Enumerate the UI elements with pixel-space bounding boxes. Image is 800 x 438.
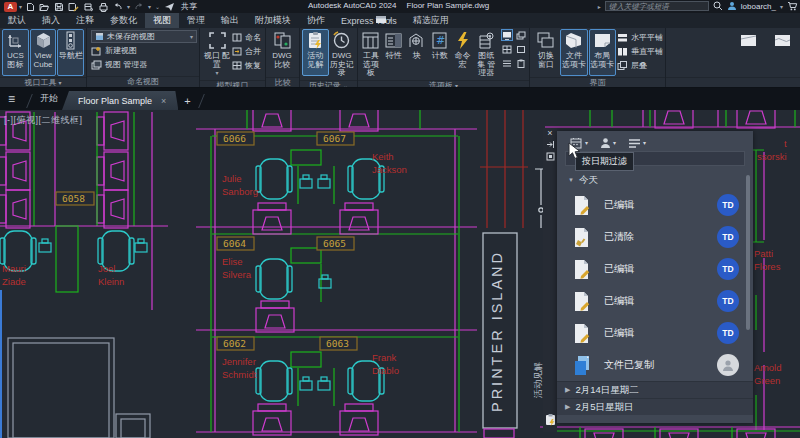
close-tab-icon[interactable]: × xyxy=(161,96,166,106)
tab-collaborate[interactable]: 协作 xyxy=(299,13,333,28)
app-menu-button[interactable]: A xyxy=(4,2,17,12)
viewport-merge-button[interactable]: 合并 xyxy=(232,45,261,58)
tab-output[interactable]: 输出 xyxy=(213,13,247,28)
undo-icon[interactable] xyxy=(113,2,123,11)
switch-windows-button[interactable]: 切换 窗口 xyxy=(532,29,559,76)
tab-featured-apps[interactable]: 精选应用 xyxy=(405,13,457,28)
share-paperplane-icon[interactable] xyxy=(164,2,175,12)
palette-mini-list-button[interactable] xyxy=(501,57,513,69)
start-tab[interactable]: 开始 xyxy=(36,92,62,110)
transfer-icon[interactable] xyxy=(83,2,94,12)
open-file-icon[interactable] xyxy=(39,2,50,12)
date-group-feb5[interactable]: ▶2月5日星期日 xyxy=(557,398,753,415)
panel-scrollbar[interactable] xyxy=(746,175,750,330)
room-label-6066: 6066 xyxy=(217,132,254,145)
panel-label-palettes[interactable]: 选项板 ▾ xyxy=(358,80,529,88)
palette-mini-box-button[interactable] xyxy=(515,43,527,55)
blocks-button[interactable]: 块 xyxy=(406,29,428,76)
viewport-named-button[interactable]: 命名 xyxy=(232,31,261,44)
activity-item[interactable]: 已编辑 TD xyxy=(557,317,753,349)
close-panel-icon[interactable]: × xyxy=(547,128,552,140)
partial-window-button-1[interactable] xyxy=(734,29,762,76)
activity-item[interactable]: 已编辑 TD xyxy=(557,285,753,317)
activity-item[interactable]: 已编辑 TD xyxy=(557,189,753,221)
user-icon[interactable] xyxy=(727,1,737,11)
viewcube-button[interactable]: View Cube xyxy=(30,29,57,76)
qat-customize-icon[interactable]: ⌄ xyxy=(155,3,160,10)
new-file-icon[interactable] xyxy=(26,2,35,12)
panel-viewport-tools: UCS 图标 View Cube 导航栏 视口工具 ▾ xyxy=(0,28,87,87)
navbar-button[interactable]: 导航栏 xyxy=(57,29,84,76)
palette-mini-stack-button[interactable] xyxy=(515,29,527,41)
filter-by-user-button[interactable]: ▾ xyxy=(600,137,616,149)
view-manager-button[interactable]: 视图 管理器 xyxy=(91,58,197,71)
drawing-area[interactable]: 6058 Mauri Ziade Joel Kleinn xyxy=(0,110,800,438)
properties-button[interactable]: 特性 xyxy=(383,29,405,76)
panel-properties-icon[interactable] xyxy=(546,152,555,164)
group-today[interactable]: ▼今天 xyxy=(557,171,753,189)
activity-item[interactable]: 文件已复制 xyxy=(557,349,753,381)
tile-horizontal-button[interactable]: 水平平铺 xyxy=(617,31,663,44)
layout-tabs-button[interactable]: 布局 选项卡 xyxy=(589,29,616,76)
activity-insights-button[interactable]: 活动 见解 xyxy=(302,29,329,76)
plot-icon[interactable] xyxy=(98,2,109,12)
panel-label-viewport-tools[interactable]: 视口工具 ▾ xyxy=(0,77,86,87)
tab-manage[interactable]: 管理 xyxy=(179,13,213,28)
view-dropdown[interactable]: 未保存的视图▾ xyxy=(91,30,197,43)
panel-label-model-viewports[interactable]: 模型视口 xyxy=(200,80,265,88)
tab-view[interactable]: 视图 xyxy=(145,13,179,28)
tab-addins[interactable]: 附加模块 xyxy=(247,13,299,28)
command-macros-button[interactable]: 命令 宏 xyxy=(452,29,474,76)
search-icon[interactable] xyxy=(713,1,723,11)
palette-mini-grid-button[interactable] xyxy=(501,43,513,55)
username[interactable]: loboarch_ xyxy=(741,2,776,11)
save-as-icon[interactable] xyxy=(68,2,79,12)
document-tab[interactable]: Floor Plan Sample × xyxy=(62,91,178,110)
tool-palettes-button[interactable]: 工具 选项板 xyxy=(360,29,382,79)
redo-caret-icon[interactable]: ▾ xyxy=(148,3,151,10)
cascade-button[interactable]: 层叠 xyxy=(617,59,663,72)
date-group-feb14[interactable]: ▶2月14日星期二 xyxy=(557,381,753,398)
ucs-icon-button[interactable]: UCS 图标 xyxy=(2,29,29,76)
palettes-extra-grid xyxy=(501,29,527,69)
panel-label-named-views[interactable]: 命名视图 xyxy=(87,76,199,87)
palette-mini-clipboard-button[interactable] xyxy=(515,57,527,69)
app-menu-caret-icon[interactable]: ▾ xyxy=(19,3,22,10)
panel-label-interface[interactable]: 界面 xyxy=(530,77,665,87)
tab-annotate[interactable]: 注释 xyxy=(68,13,102,28)
file-tabs-button[interactable]: 文件 选项卡 xyxy=(560,29,587,76)
dwg-compare-button[interactable]: DWG 比较 xyxy=(268,29,296,76)
viewport-controls[interactable]: [-][俯视][二维线框] xyxy=(4,114,83,127)
panel-label-history[interactable]: 历史记录 ⌄ xyxy=(300,80,357,88)
search-input[interactable] xyxy=(605,1,709,11)
cart-icon[interactable] xyxy=(787,1,798,11)
count-button[interactable]: # 计数 xyxy=(429,29,451,76)
list-options-button[interactable]: ▾ xyxy=(628,137,646,149)
share-label[interactable]: 共享 xyxy=(181,1,197,12)
activity-item[interactable]: 已编辑 TD xyxy=(557,253,753,285)
undo-caret-icon[interactable]: ▾ xyxy=(127,3,130,10)
tab-express-tools[interactable]: Express Tools xyxy=(333,13,405,28)
redo-icon[interactable] xyxy=(134,2,144,11)
save-icon[interactable] xyxy=(54,2,64,12)
viewport-config-button[interactable]: 视口 配置▾ xyxy=(202,29,232,79)
tab-insert[interactable]: 插入 xyxy=(34,13,68,28)
user-menu-caret-icon[interactable]: ▾ xyxy=(780,3,783,10)
activity-item[interactable]: 已清除 TD xyxy=(557,221,753,253)
dwg-history-button[interactable]: DWG 历史记录 xyxy=(329,29,356,79)
new-tab-icon[interactable]: + xyxy=(184,95,190,107)
sheet-set-manager-button[interactable]: 图纸集 管理器 xyxy=(475,29,498,79)
ribbon-display-toggle[interactable]: ▾ xyxy=(375,15,392,24)
palette-mini-monitor-button[interactable] xyxy=(501,29,513,41)
tab-parametric[interactable]: 参数化 xyxy=(102,13,145,28)
new-view-button[interactable]: 新建视图 xyxy=(91,44,197,57)
partial-window-button-2[interactable] xyxy=(768,29,796,76)
auto-hide-icon[interactable] xyxy=(546,140,555,152)
panel-label-compare[interactable]: 比较 xyxy=(266,77,299,87)
tab-default[interactable]: 默认 xyxy=(0,13,34,28)
search-scope-caret-icon[interactable]: ▸ xyxy=(598,3,601,10)
room-label-6062: 6062 xyxy=(217,337,254,350)
hamburger-menu-icon[interactable]: ≡ xyxy=(8,92,15,106)
viewport-restore-button[interactable]: 恢复 xyxy=(232,59,261,72)
tile-vertical-button[interactable]: 垂直平铺 xyxy=(617,45,663,58)
